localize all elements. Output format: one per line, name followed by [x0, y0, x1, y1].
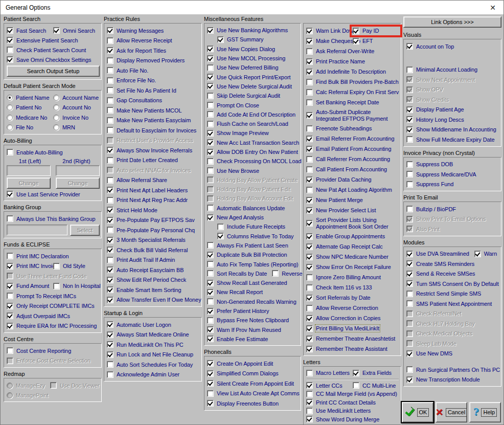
- checkbox-remember-theatre-assistant[interactable]: Remember Theatre Assistant: [306, 346, 399, 352]
- checkbox-enable-group-appointments[interactable]: Enable Group Appointments: [306, 233, 399, 240]
- checkbox-set-file-no-as-patient-id[interactable]: Set File No As Patient Id: [107, 87, 200, 94]
- checkbox-minimal-account-loading[interactable]: Minimal Account Loading: [406, 66, 499, 73]
- checkbox-warn-link-down[interactable]: Warn Link Down: [306, 28, 353, 34]
- checkbox-print-date-letter-created[interactable]: Print Date Letter Created: [107, 157, 200, 164]
- checkbox-print-practice-name[interactable]: Print Practice Name: [306, 58, 399, 65]
- checkbox-sort-recalls-by-date[interactable]: Sort Recalls by Date: [207, 270, 267, 277]
- checkbox-restrict-send-simple-sms[interactable]: Restrict Send Simple SMS: [406, 290, 499, 297]
- link-options-button[interactable]: Link Options >>>: [403, 16, 501, 28]
- checkbox-old-style[interactable]: Old Style: [53, 263, 100, 270]
- checkbox-cost-centre-reporting[interactable]: Cost Centre Reporting: [7, 347, 100, 354]
- checkbox-print-audit-trail-if-admin[interactable]: Print Audit Trail If Admin: [107, 257, 200, 263]
- checkbox-run-medilinkit-on-this-pc[interactable]: Run MediLinkIt On This PC: [107, 341, 200, 348]
- checkbox-only-receipt-complete-imcs[interactable]: Only Receipt COMPLETE IMCs: [7, 303, 100, 309]
- checkbox-new-aged-analysis[interactable]: New Aged Analysis: [207, 214, 299, 221]
- checkbox-macro-letters[interactable]: Macro Letters: [306, 370, 353, 376]
- checkbox-cc-mail-merge-field-vs-append[interactable]: CC Mail Merge Field (vs Append): [306, 391, 399, 397]
- checkbox-silent-create-from-appoint-edit[interactable]: Silent Create From Appoint Edit: [207, 380, 299, 387]
- checkbox-enable-fee-estimate[interactable]: Enable Fee Estimate: [207, 335, 299, 342]
- checkbox-new-provider-select-list[interactable]: New Provider Select List: [306, 207, 399, 214]
- checkbox-bypass-free-notes-clipboard[interactable]: Bypass Free Notes Clipboard: [207, 317, 299, 324]
- checkbox-include-future-receipts[interactable]: Include Future Receipts: [217, 223, 299, 230]
- checkbox-make-new-patients-mcol[interactable]: Make New Patients MCOL: [107, 107, 200, 114]
- radio-mrn[interactable]: MRN: [53, 124, 100, 130]
- checkbox-show-npc-medicare-number[interactable]: Show NPC Medicare Number: [306, 254, 399, 260]
- checkbox-skip-delete-surgical-audit[interactable]: Skip Delete Surgical Audit: [207, 93, 299, 99]
- checkbox-sort-referrals-by-date[interactable]: Sort Referrals by Date: [306, 295, 399, 301]
- checkbox-3-month-specialist-referrals[interactable]: 3 Month Specialist Referrals: [107, 237, 200, 243]
- checkbox-prompt-to-receipt-imcs[interactable]: Prompt To Receipt IMCs: [7, 293, 100, 299]
- checkbox-call-patient-from-accounting[interactable]: Call Patient From Accounting: [306, 166, 399, 173]
- checkbox-auto-file-no[interactable]: Auto File No.: [107, 67, 200, 74]
- checkbox-auto-fix-temp-tables-reporting[interactable]: Auto Fix Temp Tables (Reporting): [207, 261, 299, 267]
- checkbox-turn-sms-consent-on-by-default[interactable]: Turn SMS Consent On By Default: [406, 280, 499, 287]
- checkbox-print-cc-contact-details[interactable]: Print CC Contact Details: [306, 399, 399, 406]
- checkbox-show-full-medicare-expiry-date[interactable]: Show Full Medicare Expiry Date: [406, 136, 499, 143]
- help-button[interactable]: ?Help: [469, 402, 501, 422]
- checkbox-call-referrer-from-accounting[interactable]: Call Referrer From Accounting: [306, 156, 399, 163]
- checkbox-suppress-dob[interactable]: Suppress DOB: [406, 161, 499, 168]
- checkbox-use-new-banking-algorithms[interactable]: Use New Banking Algorithms: [207, 27, 299, 34]
- checkbox-cc-multi-line[interactable]: CC Multi-Line: [353, 382, 399, 389]
- checkbox-new-transcription-module[interactable]: New Transcription Module: [406, 376, 499, 383]
- radio-invoice-no[interactable]: Invoice No: [53, 115, 100, 121]
- checkbox-suppress-fund[interactable]: Suppress Fund: [406, 181, 499, 188]
- checkbox-automatic-balances-update[interactable]: Automatic Balances Update: [207, 205, 299, 211]
- checkbox-print-imc-declaration[interactable]: Print IMC Declaration: [7, 253, 100, 259]
- checkbox-new-patient-merge[interactable]: New Patient Merge: [306, 197, 399, 204]
- checkbox-auto-sort-schedules-for-today[interactable]: Auto Sort Schedules For Today: [107, 361, 200, 368]
- checkbox-warn-if-prov-num-reused[interactable]: Warn If Prov Num Reused: [207, 326, 299, 333]
- checkbox-allow-reverse-receipt[interactable]: Allow Reverse Receipt: [107, 37, 200, 44]
- radio-file-no[interactable]: File No: [7, 124, 53, 130]
- checkbox-account-on-top[interactable]: Account on Top: [406, 43, 499, 50]
- close-icon[interactable]: ✕: [487, 4, 498, 12]
- checkbox-auto-submit-duplicate-integrated-eftpos-payment[interactable]: Auto-Submit Duplicate Integrated EFTPOS …: [306, 109, 399, 122]
- checkbox-use-new-deferred-billing[interactable]: Use New Deferred Billing: [207, 64, 299, 71]
- checkbox-duplicate-bulk-bill-protection[interactable]: Duplicate Bulk Bill Protection: [207, 252, 299, 258]
- checkbox-show-error-on-receipt-failure[interactable]: Show Error On Receipt Failure: [306, 264, 399, 271]
- checkbox-display-removed-providers[interactable]: Display Removed Providers: [107, 57, 200, 64]
- checkbox-show-recall-last-generated[interactable]: Show Recall Last Generated: [207, 280, 299, 286]
- checkbox-columns-relative-to-today[interactable]: Columns Relative To Today: [217, 233, 299, 239]
- checkbox-pre-populate-pay-personal-chq[interactable]: Pre-Populate Pay Personal Chq: [107, 227, 200, 233]
- checkbox-pay-id[interactable]: Pay ID: [353, 28, 399, 34]
- checkbox-use-new-copies-dialog[interactable]: Use New Copies Dialog: [207, 46, 299, 52]
- checkbox-reverse[interactable]: Reverse: [272, 270, 302, 277]
- checkbox-email-patient-from-accounting[interactable]: Email Patient From Accounting: [306, 146, 399, 152]
- checkbox-fast-search[interactable]: Fast Search: [7, 27, 53, 34]
- checkbox-provider-data-caching[interactable]: Provider Data Caching: [306, 176, 399, 183]
- checkbox-show-edit-ref-period-check[interactable]: Show Edit Ref Period Check: [107, 277, 200, 283]
- checkbox-use-quick-report-print-export[interactable]: Use Quick Report Print/Export: [207, 74, 299, 80]
- checkbox-freenote-subheadings[interactable]: Freenote Subheadings: [306, 125, 399, 132]
- checkbox-non-in-hospital[interactable]: Non In Hospital: [53, 283, 100, 289]
- checkbox-display-patient-age[interactable]: Display Patient Age: [406, 106, 499, 113]
- checkbox-adjust-overpaid-imcs[interactable]: Adjust Overpaid IMCs: [7, 312, 100, 319]
- checkbox-add-code-at-end-of-description[interactable]: Add Code At End Of Description: [207, 111, 299, 118]
- checkbox-always-show-invoice-referrals[interactable]: Always Show Invoice Referrals: [107, 147, 200, 153]
- checkbox-enable-smart-item-sorting[interactable]: Enable Smart Item Sorting: [107, 286, 200, 293]
- checkbox-check-item-116-vs-133[interactable]: Check Item 116 vs 133: [306, 284, 399, 291]
- ok-button[interactable]: OK: [402, 402, 433, 422]
- checkbox-omni-search[interactable]: Omni Search: [53, 27, 100, 34]
- checkbox-use-new-browse[interactable]: Use New Browse: [207, 167, 299, 174]
- checkbox-use-new-dms[interactable]: Use New DMS: [406, 350, 499, 357]
- radio-medicare-no[interactable]: Medicare No: [7, 115, 53, 121]
- checkbox-create-on-appoint-edit[interactable]: Create On Appoint Edit: [207, 360, 299, 367]
- checkbox-enable-auto-billing[interactable]: Enable Auto-Billing: [7, 149, 100, 155]
- checkbox-suppress-medicare-dva[interactable]: Suppress Medicare/DVA: [406, 171, 499, 177]
- checkbox-use-medilinkit-letters[interactable]: Use MediLinkIt Letters: [306, 408, 399, 414]
- checkbox-ask-referral-over-write[interactable]: Ask Referral Over-Write: [306, 48, 399, 55]
- checkbox-new-acc-last-transaction-search[interactable]: New Acc Last Transaction Search: [207, 139, 299, 146]
- checkbox-strict-held-mode[interactable]: Strict Held Mode: [107, 207, 200, 213]
- checkbox-run-lock-and-net-file-cleanup[interactable]: Run Lock and Net File Cleanup: [107, 351, 200, 358]
- checkbox-view-list-auto-create-apt-comms[interactable]: View List Auto Create Apt Comms: [207, 390, 299, 397]
- checkbox-new-pat-apt-loading-algorithm[interactable]: New Pat Apt Loading Algorithm: [306, 187, 399, 193]
- checkbox-ask-for-report-titles[interactable]: Ask for Report Titles: [107, 47, 200, 54]
- checkbox-new-recall-report[interactable]: New Recall Report: [207, 289, 299, 296]
- checkbox-check-patient-search-count[interactable]: Check Patient Search Count: [7, 47, 100, 53]
- search-output-setup-button[interactable]: Search Output Setup: [7, 65, 100, 77]
- checkbox-add-indefinite-to-description[interactable]: Add Indefinite To Description: [306, 69, 399, 75]
- cancel-button[interactable]: ✕Cancel: [436, 402, 467, 422]
- checkbox-create-sms-reminders[interactable]: Create SMS Reminders: [406, 260, 499, 267]
- checkbox-use-new-mcol-processing[interactable]: Use New MCOL Processing: [207, 55, 299, 62]
